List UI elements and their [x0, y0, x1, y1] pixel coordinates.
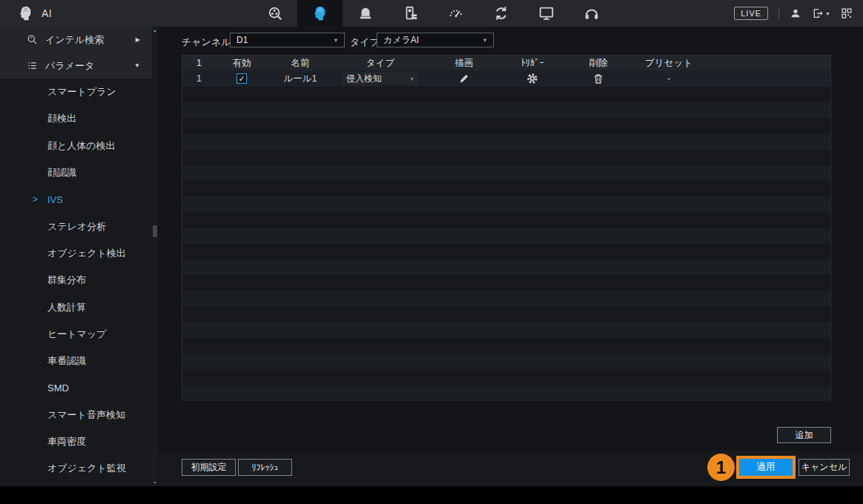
sidebar-item-crowd-distribution[interactable]: 群集分布 — [0, 267, 152, 294]
table-empty-row — [182, 87, 830, 102]
smart-search-icon — [267, 5, 283, 21]
rule-number: 1 — [182, 70, 216, 87]
topbar-right: LIVE ▼ — [734, 0, 853, 27]
table-empty-row — [182, 228, 830, 244]
rule-preset: - — [632, 70, 705, 87]
tab-backup[interactable] — [478, 0, 523, 27]
table-empty-row — [182, 322, 830, 338]
tab-alarm[interactable] — [343, 0, 388, 27]
sidebar-item-label: 顔検出 — [47, 112, 76, 125]
user-icon[interactable] — [790, 7, 801, 19]
sidebar-item-label: スマート音声検知 — [47, 408, 125, 422]
sidebar-item-stereo-analysis[interactable]: ステレオ分析 — [0, 213, 152, 239]
sidebar-section-parameter[interactable]: パラメータ ▼ — [0, 53, 152, 79]
ai-head-icon — [18, 5, 34, 21]
sidebar-item-label: 顔と人体の検出 — [47, 139, 116, 153]
sidebar-item-label: 群集分布 — [47, 273, 86, 287]
sidebar-item-smart-plan[interactable]: スマートプラン — [0, 79, 152, 105]
sidebar-item-label: オブジェクト監視 — [47, 462, 126, 475]
sidebar-item-label: 車両密度 — [47, 435, 86, 448]
sidebar-item-anpr[interactable]: 車番認識 — [0, 348, 152, 374]
qr-code-icon[interactable] — [841, 7, 853, 19]
tab-smart-search[interactable] — [252, 0, 297, 27]
sidebar: インテル検索 ▶ パラメータ ▼ スマートプラン 顔検出 顔と人体の検出 顔認識… — [0, 27, 152, 486]
topbar-tabs — [252, 0, 614, 27]
tab-maintenance[interactable] — [433, 0, 478, 27]
table-empty-row — [182, 181, 830, 196]
dropdown-caret-icon: ▼ — [333, 37, 339, 44]
rule-enable-checkbox[interactable]: ✓ — [237, 73, 247, 84]
gear-icon[interactable] — [526, 73, 538, 84]
col-header-enable: 有効 — [216, 56, 268, 70]
channel-value: D1 — [237, 35, 248, 45]
sidebar-item-vehicle-density[interactable]: 車両密度 — [0, 428, 152, 455]
table-empty-rows — [182, 87, 830, 401]
sidebar-section-intel-search[interactable]: インテル検索 ▶ — [0, 27, 152, 53]
sidebar-item-object-monitoring[interactable]: オブジェクト監視 — [0, 455, 152, 482]
live-button[interactable]: LIVE — [734, 7, 768, 20]
table-empty-row — [182, 196, 830, 212]
col-header-trigger: ﾄﾘｶﾞｰ — [500, 56, 564, 70]
chevron-right-icon: ▶ — [136, 36, 140, 43]
sidebar-item-people-counting[interactable]: 人数計算 — [0, 294, 152, 320]
scrollbar-thumb[interactable] — [153, 225, 157, 237]
tab-ai[interactable] — [297, 0, 343, 27]
channel-select[interactable]: D1 ▼ — [230, 33, 345, 47]
trash-icon[interactable] — [592, 73, 604, 84]
display-icon — [538, 5, 555, 21]
table-header-row: 1 有効 名前 タイプ 描画 ﾄﾘｶﾞｰ 削除 プリセット — [182, 56, 830, 70]
chevron-down-icon: ▼ — [134, 62, 140, 69]
sidebar-item-face-recognition[interactable]: 顔認識 — [0, 159, 152, 186]
col-header-preset: プリセット — [632, 56, 705, 70]
sidebar-item-face-body-detection[interactable]: 顔と人体の検出 — [0, 133, 152, 159]
nvr-ai-settings-screen: AI — [0, 0, 863, 504]
table-empty-row — [182, 259, 830, 275]
cancel-button[interactable]: キャンセル — [798, 459, 850, 476]
rule-name: ルール1 — [268, 70, 333, 87]
rule-type-value: 侵入検知 — [346, 73, 382, 85]
sidebar-item-ivs[interactable]: >IVS — [0, 186, 152, 213]
sidebar-submenu: スマートプラン 顔検出 顔と人体の検出 顔認識 >IVS ステレオ分析 オブジェ… — [0, 79, 152, 482]
sidebar-item-label: オブジェクト検出 — [47, 247, 126, 260]
tab-audio[interactable] — [569, 0, 614, 27]
col-header-spacer — [705, 56, 830, 70]
bottom-bar: 初期設定 ﾘﾌﾚｯｼｭ 1 適用 キャンセル — [158, 451, 863, 486]
parameter-icon — [27, 60, 38, 71]
sidebar-item-smd[interactable]: SMD — [0, 374, 152, 401]
annotation-step-badge: 1 — [707, 454, 735, 481]
logout-icon[interactable]: ▼ — [812, 7, 830, 19]
pencil-icon[interactable] — [458, 73, 470, 84]
table-empty-row — [182, 275, 830, 291]
col-header-draw: 描画 — [428, 56, 500, 70]
scrollbar-up-arrow[interactable]: ▲ — [152, 27, 158, 33]
col-header-no: 1 — [182, 56, 216, 70]
tab-storage[interactable] — [388, 0, 433, 27]
table-empty-row — [182, 385, 830, 401]
apply-button[interactable]: 適用 — [739, 459, 793, 476]
intel-search-icon — [27, 34, 38, 45]
table-empty-row — [182, 118, 830, 133]
table-empty-row — [182, 134, 830, 150]
sidebar-item-label: 車番認識 — [47, 354, 86, 368]
maintenance-icon — [448, 5, 464, 21]
sidebar-scrollbar[interactable]: ▲ ▼ — [152, 27, 158, 486]
scrollbar-down-arrow[interactable]: ▼ — [152, 480, 158, 485]
refresh-button[interactable]: ﾘﾌﾚｯｼｭ — [238, 459, 292, 476]
sidebar-item-label: ヒートマップ — [47, 328, 107, 341]
sidebar-item-object-detection[interactable]: オブジェクト検出 — [0, 240, 152, 267]
type-select[interactable]: カメラAI ▼ — [377, 33, 494, 47]
table-empty-row — [182, 291, 830, 306]
rule-type-select[interactable]: 侵入検知 ▼ — [342, 72, 419, 85]
table-empty-row — [182, 369, 830, 385]
ai-icon — [312, 5, 328, 21]
sidebar-item-face-detection[interactable]: 顔検出 — [0, 105, 152, 132]
bottom-letterbox — [0, 486, 863, 504]
sidebar-item-heat-map[interactable]: ヒートマップ — [0, 321, 152, 348]
tab-display[interactable] — [523, 0, 569, 27]
sidebar-item-audio-detection[interactable]: スマート音声検知 — [0, 402, 152, 428]
annotation-highlight-box: 適用 — [736, 456, 796, 479]
add-button[interactable]: 追加 — [777, 427, 831, 443]
default-button[interactable]: 初期設定 — [182, 459, 236, 476]
active-chevron-icon: > — [33, 194, 38, 205]
table-empty-row — [182, 307, 830, 322]
